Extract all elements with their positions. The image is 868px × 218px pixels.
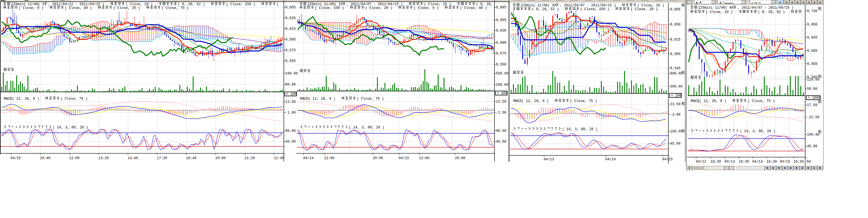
svg-text:9,635: 9,635 (285, 16, 296, 20)
svg-text:80.00: 80.00 (285, 83, 296, 87)
svg-text:( 14, 3, 80, 20 ): ( 14, 3, 80, 20 ) (562, 127, 597, 131)
svg-text:16:30: 16:30 (739, 160, 749, 164)
svg-text:MACD( 12, 26, 9 ): MACD( 12, 26, 9 ) (513, 99, 555, 103)
svg-text:× 100: × 100 (671, 93, 681, 98)
svg-text:( Close, 75 ): ( Close, 75 ) (748, 99, 775, 103)
svg-text:13.50: 13.50 (285, 100, 296, 104)
svg-text:9,685: 9,685 (496, 5, 506, 9)
svg-text:16:30: 16:30 (711, 160, 721, 164)
svg-text:12:00: 12:00 (69, 156, 80, 160)
svg-text:MACD( 12, 26, 9 ): MACD( 12, 26, 9 ) (691, 99, 733, 103)
svg-text:13.50: 13.50 (496, 100, 506, 104)
svg-text:45.00: 45.00 (670, 142, 681, 146)
svg-text:( 14, 3, 80, 20 ): ( 14, 3, 80, 20 ) (53, 126, 88, 130)
svg-text:( Close, 75 ): ( Close, 75 ) (357, 97, 384, 101)
svg-text:9,600: 9,600 (496, 41, 506, 45)
svg-text:9,550: 9,550 (496, 63, 506, 67)
svg-text:100.00: 100.00 (807, 133, 819, 137)
svg-text:( Close, 150 ): ( Close, 150 ) (580, 7, 615, 11)
svg-text:( 9, 26, 52 ): ( 9, 26, 52 ) (532, 7, 565, 11)
svg-text:225mini 11/06( 60: 225mini 11/06( 60 (698, 6, 734, 10)
svg-text:12:00: 12:00 (324, 156, 335, 160)
svg-text:20:00: 20:00 (455, 156, 465, 160)
svg-text:04/13: 04/13 (724, 160, 735, 164)
svg-text:200.00: 200.00 (496, 83, 508, 87)
svg-text:190.00: 190.00 (285, 72, 298, 76)
svg-text:-22.50: -22.50 (807, 115, 819, 119)
svg-text:× 1000: × 1000 (808, 96, 820, 100)
svg-text:( Close, 5 ): ( Close, 5 ) (19, 6, 50, 10)
svg-text:( Close, 40 ): ( Close, 40 ) (65, 6, 98, 10)
svg-text:45.00: 45.00 (807, 144, 817, 148)
svg-text:04/13: 04/13 (544, 157, 554, 161)
svg-text:21:20: 21:20 (245, 156, 255, 160)
svg-text:( 9, 26, 52 ): ( 9, 26, 52 ) (758, 10, 791, 14)
svg-text:9,655: 9,655 (285, 5, 296, 9)
svg-text:9,580: 9,580 (670, 52, 681, 56)
svg-text:120.00: 120.00 (807, 78, 819, 82)
svg-text:-1.00: -1.00 (285, 111, 296, 115)
svg-text:, 2011/04/07 - 2011/04/15 ): , 2011/04/07 - 2011/04/15 ) (737, 6, 793, 10)
svg-text:9,650: 9,650 (670, 23, 681, 27)
svg-text:( Close, 150 ): ( Close, 150 ) (226, 2, 261, 6)
svg-text:9,615: 9,615 (670, 38, 681, 42)
svg-text:( Close, 10 ): ( Close, 10 ) (706, 10, 739, 14)
svg-text:18:40: 18:40 (186, 156, 196, 160)
svg-text:× 100: × 100 (286, 92, 297, 96)
svg-text:550.00: 550.00 (496, 72, 508, 76)
svg-text:, 2011/04/07 - 2011/04/15 ): , 2011/04/07 - 2011/04/15 ) (560, 3, 622, 7)
svg-text:9,575: 9,575 (496, 52, 506, 56)
svg-text:17:20: 17:20 (157, 156, 167, 160)
svg-text:9,555: 9,555 (285, 59, 296, 63)
svg-text:(: ( (277, 2, 281, 6)
svg-text:20:00: 20:00 (373, 156, 383, 160)
svg-text:04/12: 04/12 (696, 160, 706, 164)
svg-text:50.00: 50.00 (807, 87, 817, 91)
svg-text:( Close, 40 ): ( Close, 40 ) (460, 6, 487, 10)
svg-text:9,685: 9,685 (670, 7, 681, 11)
svg-text:( Close, 10 ): ( Close, 10 ) (637, 3, 664, 7)
svg-text:90.00: 90.00 (285, 129, 296, 133)
svg-text:16:30: 16:30 (793, 160, 804, 164)
svg-text:9,655: 9,655 (496, 18, 506, 22)
svg-text:04/14: 04/14 (605, 157, 616, 161)
svg-text:16:30: 16:30 (767, 160, 777, 164)
svg-text:9,595: 9,595 (285, 38, 296, 42)
svg-text:9,630: 9,630 (496, 29, 506, 33)
svg-text:17.50: 17.50 (807, 103, 817, 107)
svg-text:9,615: 9,615 (285, 27, 296, 31)
svg-text:04/15: 04/15 (780, 160, 790, 164)
svg-text:23.50: 23.50 (670, 102, 681, 106)
svg-text:9,575: 9,575 (285, 48, 296, 52)
svg-text:( Close, 75 ): ( Close, 75 ) (60, 97, 88, 101)
svg-text:300.00: 300.00 (670, 85, 683, 89)
svg-text:13:20: 13:20 (98, 156, 109, 160)
svg-text:9,645: 9,645 (807, 36, 817, 40)
svg-text:40.00: 40.00 (496, 140, 506, 144)
svg-text:( 14, 3, 80, 20 ): ( 14, 3, 80, 20 ) (740, 129, 775, 133)
svg-text:-3.00: -3.00 (670, 113, 681, 117)
svg-text:× 100: × 100 (497, 91, 507, 96)
svg-text:14:40: 14:40 (128, 156, 138, 160)
svg-text:9,545: 9,545 (670, 66, 681, 71)
svg-text:40.00: 40.00 (285, 140, 296, 144)
svg-text:10:40: 10:40 (40, 156, 50, 160)
svg-text:( Close, 20 ): ( Close, 20 ) (631, 7, 664, 11)
svg-text:04/14: 04/14 (303, 156, 314, 160)
svg-text:22:40: 22:40 (274, 156, 284, 160)
svg-text:04/15: 04/15 (399, 156, 409, 160)
svg-text:90.00: 90.00 (496, 129, 506, 133)
svg-text:04/15: 04/15 (662, 157, 673, 161)
svg-text:800.00: 800.00 (670, 72, 683, 76)
svg-text:( Close, 75 ): ( Close, 75 ) (161, 6, 189, 10)
svg-text:12:00: 12:00 (419, 156, 429, 160)
svg-text:-2.50: -2.50 (496, 111, 506, 115)
svg-text:20:00: 20:00 (215, 156, 226, 160)
svg-text:9,595: 9,595 (807, 49, 817, 53)
svg-text:( Close, 25 ): ( Close, 25 ) (113, 6, 146, 10)
svg-text:100.00: 100.00 (670, 130, 683, 134)
svg-text:04: 04 (807, 160, 811, 164)
svg-text:( 14, 3, 80, 20 ): ( 14, 3, 80, 20 ) (349, 126, 384, 130)
svg-text:( Close, 5 ): ( Close, 5 ) (414, 6, 445, 10)
svg-text:9,740: 9,740 (807, 9, 817, 13)
